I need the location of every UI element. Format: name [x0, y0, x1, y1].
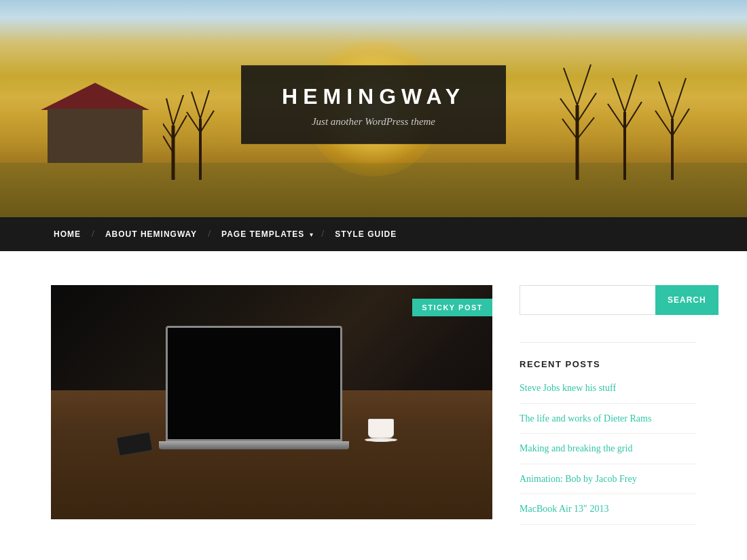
nav-item-home[interactable]: HOME: [51, 229, 84, 239]
recent-post-link-3[interactable]: Making and breaking the grid: [520, 443, 632, 453]
svg-line-2: [173, 95, 183, 126]
barn-decoration: [41, 88, 149, 163]
laptop-decoration: [166, 326, 342, 449]
nav-separator-1: /: [92, 229, 94, 240]
trees-decoration: [163, 85, 217, 180]
nav-link-about[interactable]: ABOUT HEMINGWAY: [103, 229, 200, 239]
svg-line-7: [192, 92, 200, 119]
main-content: STICKY POST SEARCH RECENT POSTS Steve Jo…: [0, 251, 747, 552]
search-button[interactable]: SEARCH: [655, 285, 718, 315]
svg-line-19: [613, 78, 625, 112]
svg-line-12: [564, 68, 577, 105]
list-item: Making and breaking the grid: [520, 434, 696, 464]
svg-line-17: [577, 117, 594, 139]
recent-posts-widget: RECENT POSTS Steve Jobs knew his stuff T…: [520, 359, 696, 525]
nav-link-templates[interactable]: PAGE TEMPLATES: [219, 229, 307, 239]
main-nav: HOME / ABOUT HEMINGWAY / PAGE TEMPLATES …: [0, 217, 747, 251]
recent-post-link-5[interactable]: MacBook Air 13″ 2013: [520, 504, 608, 514]
recent-post-link-2[interactable]: The life and works of Dieter Rams: [520, 413, 651, 424]
posts-area: STICKY POST: [51, 285, 492, 525]
svg-line-26: [655, 111, 672, 136]
site-tagline: Just another WordPress theme: [282, 116, 465, 128]
nav-separator-3: /: [321, 229, 324, 240]
svg-line-16: [562, 119, 577, 139]
recent-post-link-4[interactable]: Animation: Bob by Jacob Frey: [520, 474, 637, 484]
featured-post: STICKY POST: [51, 285, 492, 519]
svg-line-21: [608, 104, 625, 129]
list-item: Steve Jobs knew his stuff: [520, 381, 696, 404]
site-title-box: HEMINGWAY Just another WordPress theme: [241, 65, 506, 144]
sidebar: SEARCH RECENT POSTS Steve Jobs knew his …: [520, 285, 696, 525]
svg-line-1: [166, 98, 173, 126]
nav-link-style[interactable]: STYLE GUIDE: [332, 229, 399, 239]
nav-item-style[interactable]: STYLE GUIDE: [332, 229, 399, 239]
svg-line-25: [672, 78, 686, 119]
nav-link-home[interactable]: HOME: [51, 229, 84, 239]
svg-line-20: [625, 75, 637, 112]
list-item: Animation: Bob by Jacob Frey: [520, 464, 696, 495]
nav-item-templates[interactable]: PAGE TEMPLATES ▾: [219, 229, 313, 239]
recent-posts-title: RECENT POSTS: [520, 359, 696, 369]
recent-posts-list: Steve Jobs knew his stuff The life and w…: [520, 381, 696, 525]
nav-separator-2: /: [208, 229, 211, 240]
trees-right-decoration: [557, 58, 693, 180]
nav-item-about[interactable]: ABOUT HEMINGWAY: [103, 229, 200, 239]
sticky-badge: STICKY POST: [412, 299, 492, 316]
list-item: MacBook Air 13″ 2013: [520, 494, 696, 525]
svg-line-8: [200, 90, 209, 119]
coffee-cup-decoration: [368, 419, 395, 445]
list-item: The life and works of Dieter Rams: [520, 404, 696, 434]
search-input[interactable]: [520, 285, 655, 315]
site-title: HEMINGWAY: [282, 84, 465, 109]
sidebar-divider: [520, 342, 696, 343]
site-header: HEMINGWAY Just another WordPress theme: [0, 0, 747, 217]
svg-line-13: [577, 64, 591, 105]
search-widget: SEARCH: [520, 285, 696, 315]
post-image: STICKY POST: [51, 285, 492, 519]
recent-post-link-1[interactable]: Steve Jobs knew his stuff: [520, 383, 616, 393]
svg-line-24: [659, 81, 672, 119]
svg-line-9: [187, 112, 200, 132]
